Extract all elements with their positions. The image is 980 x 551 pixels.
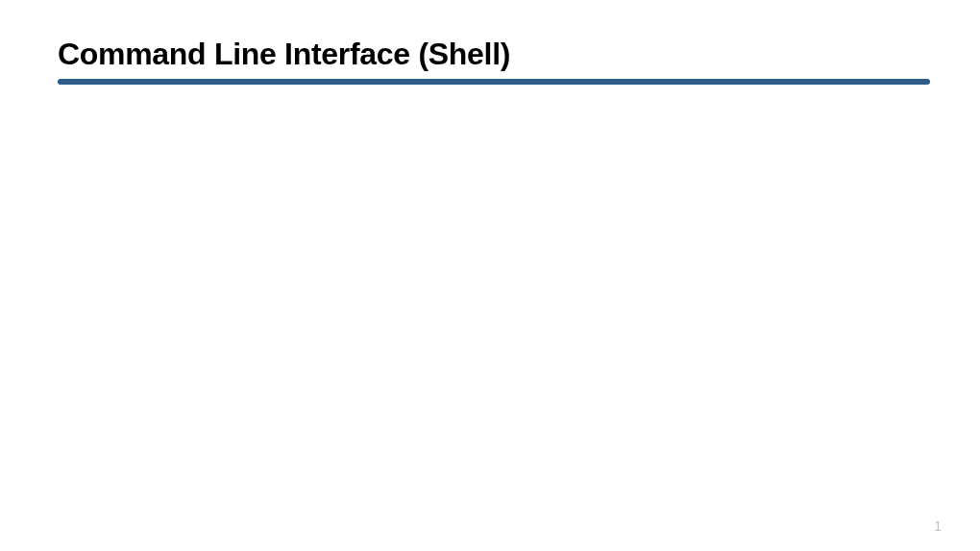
title-underline xyxy=(58,79,930,85)
page-number: 1 xyxy=(934,518,942,534)
slide: Command Line Interface (Shell) 1 xyxy=(0,0,980,551)
slide-title: Command Line Interface (Shell) xyxy=(58,37,510,72)
